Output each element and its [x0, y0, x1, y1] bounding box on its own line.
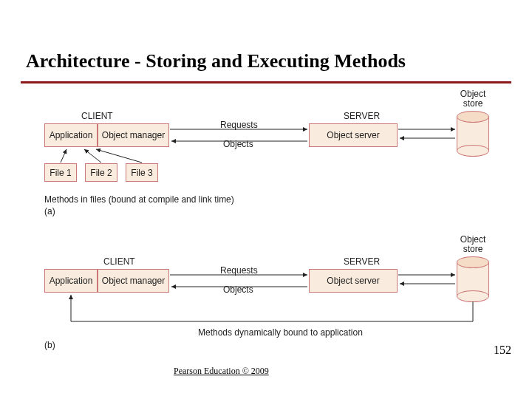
title-underline — [21, 81, 511, 83]
file2-box: File 2 — [85, 163, 117, 182]
svg-line-4 — [61, 149, 66, 163]
file3-box: File 3 — [126, 163, 158, 182]
object-manager-box-a: Object manager — [98, 123, 169, 147]
footer-credit: Pearson Education © 2009 — [174, 366, 269, 377]
slide: Architecture - Storing and Executing Met… — [0, 0, 532, 399]
page-number: 152 — [494, 344, 511, 357]
objects-label-a: Objects — [223, 139, 253, 149]
client-label-a: CLIENT — [81, 111, 113, 121]
caption-a: Methods in files (bound at compile and l… — [44, 194, 234, 205]
page-title: Architecture - Storing and Executing Met… — [26, 50, 406, 72]
object-store-cylinder-a — [457, 111, 488, 155]
object-store-label-b: Object store — [454, 235, 492, 254]
requests-label-b: Requests — [220, 265, 258, 276]
object-store-label-a: Object store — [454, 89, 492, 109]
caption-b: Methods dynamically bound to application — [198, 327, 363, 338]
diagram-area: CLIENT SERVER Application Object manager… — [30, 92, 510, 347]
tag-b: (b) — [44, 340, 55, 350]
svg-line-5 — [84, 149, 101, 163]
object-server-box-b: Object server — [309, 269, 398, 293]
tag-a: (a) — [44, 206, 55, 216]
server-label-a: SERVER — [344, 111, 380, 121]
object-store-cylinder-b — [457, 256, 488, 301]
application-box-a: Application — [44, 123, 98, 147]
svg-line-6 — [96, 149, 142, 163]
client-label-b: CLIENT — [103, 256, 135, 267]
file1-box: File 1 — [44, 163, 77, 182]
object-manager-box-b: Object manager — [98, 269, 169, 293]
server-label-b: SERVER — [344, 256, 380, 267]
requests-label-a: Requests — [220, 120, 258, 130]
application-box-b: Application — [44, 269, 98, 293]
objects-label-b: Objects — [223, 284, 253, 295]
object-server-box-a: Object server — [309, 123, 398, 147]
